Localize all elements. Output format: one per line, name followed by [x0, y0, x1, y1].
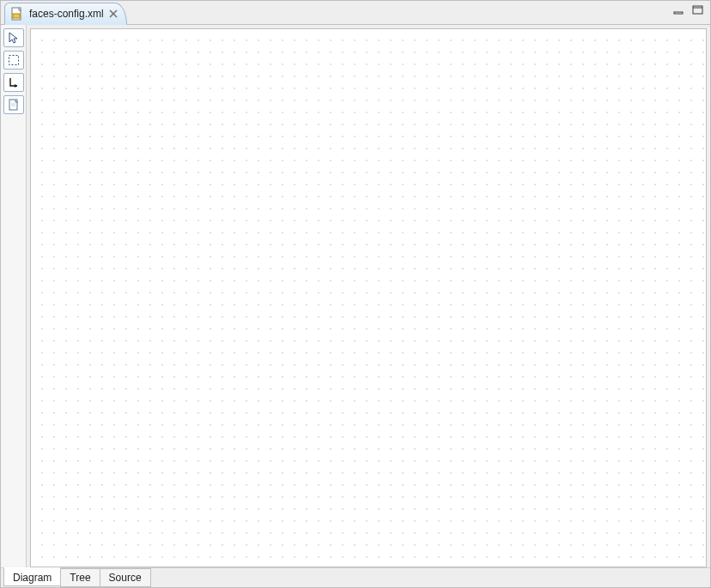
xml-file-icon	[10, 7, 24, 21]
svg-marker-9	[15, 84, 17, 88]
cursor-icon	[8, 32, 20, 44]
maximize-icon[interactable]	[691, 4, 705, 16]
svg-marker-7	[9, 33, 17, 43]
view-tab-label: Source	[109, 572, 142, 584]
view-tab-label: Tree	[70, 572, 90, 584]
file-tab-label: faces-config.xml	[29, 8, 104, 20]
marquee-tool[interactable]	[3, 51, 24, 70]
close-icon[interactable]	[107, 8, 119, 20]
tool-palette	[1, 25, 27, 567]
new-page-tool[interactable]	[3, 95, 24, 114]
minimize-icon[interactable]	[672, 4, 686, 16]
svg-rect-5	[693, 6, 702, 14]
editor-tab-strip: faces-config.xml	[1, 1, 710, 25]
view-tab-diagram[interactable]: Diagram	[3, 567, 61, 586]
svg-rect-8	[9, 56, 19, 65]
editor-window-controls	[672, 4, 705, 16]
connection-tool[interactable]	[3, 73, 24, 92]
view-tab-source[interactable]: Source	[100, 568, 151, 587]
svg-rect-1	[13, 14, 20, 18]
editor-main-area	[1, 25, 710, 567]
connection-icon	[8, 76, 20, 88]
new-page-icon	[8, 99, 20, 111]
editor-window: faces-config.xml	[0, 0, 711, 588]
select-tool[interactable]	[3, 28, 24, 47]
svg-rect-10	[9, 100, 17, 110]
file-tab[interactable]: faces-config.xml	[4, 3, 127, 25]
diagram-canvas[interactable]	[30, 28, 707, 567]
editor-view-tabs: Diagram Tree Source	[1, 567, 710, 587]
canvas-wrap	[27, 25, 710, 567]
svg-rect-4	[674, 12, 683, 14]
view-tab-label: Diagram	[13, 572, 52, 584]
view-tab-tree[interactable]: Tree	[60, 568, 100, 587]
marquee-icon	[8, 54, 20, 66]
